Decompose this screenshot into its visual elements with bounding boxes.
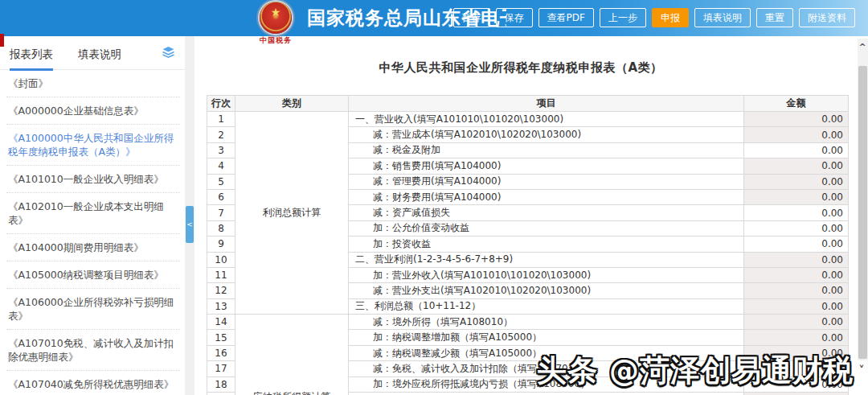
amount-input-11: 0.00 xyxy=(744,267,849,282)
header-button-1[interactable]: 保存 xyxy=(496,8,533,27)
table-header-row: 行次 类别 项目 金额 xyxy=(207,96,849,112)
sidebar-report-item-0[interactable]: 《封面》 xyxy=(6,70,180,97)
main-content: 中华人民共和国企业所得税年度纳税申报表（A类） 行次 类别 项目 金额 1利润总… xyxy=(194,36,868,395)
row-number-1: 1 xyxy=(207,112,235,127)
category-cell-1: 应纳税所得额计算 xyxy=(235,315,349,395)
emblem-icon: ★ xyxy=(260,2,292,34)
scroll-down-arrow-icon[interactable]: ˅ xyxy=(857,364,866,376)
row-number-8: 8 xyxy=(207,220,235,236)
item-label-13: 三、利润总额（10+11-12） xyxy=(349,298,744,314)
col-header-rowno: 行次 xyxy=(207,96,235,112)
amount-input-14: 0.00 xyxy=(744,315,849,330)
col-header-item: 项目 xyxy=(349,96,744,112)
app-root: ★ 中国税务 国家税务总局山东省电子税务局 暂存保存查看PDF上一步申报填表说明… xyxy=(0,0,868,395)
item-label-2: 减：营业成本(填写A102010\102020\103000) xyxy=(349,127,744,142)
category-cell-0: 利润总额计算 xyxy=(235,112,349,315)
row-number-6: 6 xyxy=(207,189,235,204)
header-button-2[interactable]: 查看PDF xyxy=(538,8,594,27)
item-label-10: 二、营业利润(1-2-3-4-5-6-7+8+9) xyxy=(349,252,744,267)
amount-input-1: 0.00 xyxy=(744,112,849,127)
amount-input-9[interactable]: 0.00 xyxy=(744,237,849,252)
item-label-1: 一、营业收入(填写A101010\101020\103000) xyxy=(349,112,744,127)
sidebar-report-item-9[interactable]: 《A107040减免所得税优惠明细表》 xyxy=(6,371,180,395)
amount-input-4: 0.00 xyxy=(744,158,849,174)
amount-input-13: 0.00 xyxy=(744,298,849,314)
row-number-12: 12 xyxy=(207,283,235,298)
tab-report-list[interactable]: 报表列表 xyxy=(10,47,53,71)
amount-input-5: 0.00 xyxy=(744,174,849,189)
table-row-14: 14应纳税所得额计算减：境外所得（填写A108010）0.00 xyxy=(207,315,849,330)
amount-input-15: 0.00 xyxy=(744,330,849,345)
header-button-3[interactable]: 上一步 xyxy=(600,8,646,27)
header-button-7[interactable]: 附送资料 xyxy=(799,8,855,27)
scroll-up-arrow-icon[interactable]: ^ xyxy=(858,42,867,52)
chevron-left-icon: < xyxy=(186,220,193,228)
sidebar-report-item-6[interactable]: 《A105000纳税调整项目明细表》 xyxy=(6,261,180,289)
sidebar-report-item-2[interactable]: 《A100000中华人民共和国企业所得税年度纳税申报表（A类）》 xyxy=(6,125,180,166)
item-label-15: 加：纳税调整增加额（填写A105000） xyxy=(349,330,744,345)
amount-input-3[interactable]: 0.00 xyxy=(744,142,849,158)
item-label-6: 减：财务费用(填写A104000) xyxy=(349,189,744,204)
col-header-category: 类别 xyxy=(235,96,349,112)
amount-input-7[interactable]: 0.00 xyxy=(744,205,849,220)
amount-input-6: 0.00 xyxy=(744,189,849,204)
top-header-bar: ★ 中国税务 国家税务总局山东省电子税务局 暂存保存查看PDF上一步申报填表说明… xyxy=(0,0,868,36)
item-label-19: 四、纳税调整后所得（13-14+15-16-17+18） xyxy=(349,393,744,395)
row-number-14: 14 xyxy=(207,315,235,330)
tab-fill-instructions[interactable]: 填表说明 xyxy=(78,47,121,68)
item-label-9: 加：投资收益 xyxy=(349,237,744,252)
amount-input-10: 0.00 xyxy=(744,252,849,267)
watermark-text: 头条 @菏泽创易通财税 xyxy=(537,351,854,391)
amount-input-8[interactable]: 0.00 xyxy=(744,220,849,236)
sidebar-report-item-8[interactable]: 《A107010免税、减计收入及加计扣除优惠明细表》 xyxy=(6,330,180,371)
amount-input-19: 0.00 xyxy=(744,393,849,395)
report-sidebar: 报表列表 填表说明 《封面》《A000000企业基础信息表》《A100000中华… xyxy=(0,36,185,395)
item-label-14: 减：境外所得（填写A108010） xyxy=(349,315,744,330)
header-button-6[interactable]: 重置 xyxy=(756,8,793,27)
table-row-1: 1利润总额计算一、营业收入(填写A101010\101020\103000)0.… xyxy=(207,112,849,127)
sidebar-report-item-4[interactable]: 《A102010一般企业成本支出明细表》 xyxy=(6,193,180,234)
sidebar-report-item-3[interactable]: 《A101010一般企业收入明细表》 xyxy=(6,166,180,193)
amount-input-2: 0.00 xyxy=(744,127,849,142)
star-icon: ★ xyxy=(260,6,292,18)
row-number-15: 15 xyxy=(207,330,235,345)
amount-input-12: 0.00 xyxy=(744,283,849,298)
row-number-19: 19 xyxy=(207,393,235,395)
item-label-12: 减：营业外支出(填写A102010\102020\103000) xyxy=(349,283,744,298)
sidebar-tabs: 报表列表 填表说明 xyxy=(0,36,185,70)
row-number-9: 9 xyxy=(207,237,235,252)
sidebar-report-item-1[interactable]: 《A000000企业基础信息表》 xyxy=(6,97,180,125)
header-button-bar: 暂存保存查看PDF上一步申报填表说明重置附送资料 xyxy=(453,8,855,27)
item-label-5: 减：管理费用(填写A104000) xyxy=(349,174,744,189)
header-button-0[interactable]: 暂存 xyxy=(453,8,490,27)
row-number-13: 13 xyxy=(207,298,235,314)
vertical-scrollbar-thumb[interactable] xyxy=(858,66,867,359)
row-number-7: 7 xyxy=(207,205,235,220)
row-number-3: 3 xyxy=(207,142,235,158)
sidebar-collapse-button[interactable]: < xyxy=(186,206,194,243)
layers-icon[interactable] xyxy=(162,46,175,59)
item-label-4: 减：销售费用(填写A104000) xyxy=(349,158,744,174)
red-marker xyxy=(0,34,4,47)
header-button-4[interactable]: 申报 xyxy=(652,8,689,27)
row-number-16: 16 xyxy=(207,345,235,360)
row-number-2: 2 xyxy=(207,127,235,142)
sidebar-report-item-5[interactable]: 《A104000期间费用明细表》 xyxy=(6,234,180,261)
item-label-7: 减：资产减值损失 xyxy=(349,205,744,220)
row-number-18: 18 xyxy=(207,376,235,392)
emblem-caption: 中国税务 xyxy=(256,35,296,46)
row-number-11: 11 xyxy=(207,267,235,282)
row-number-10: 10 xyxy=(207,252,235,267)
report-list: 《封面》《A000000企业基础信息表》《A100000中华人民共和国企业所得税… xyxy=(0,70,185,395)
col-header-amount: 金额 xyxy=(744,96,849,112)
item-label-8: 加：公允价值变动收益 xyxy=(349,220,744,236)
item-label-3: 减：税金及附加 xyxy=(349,142,744,158)
row-number-5: 5 xyxy=(207,174,235,189)
row-number-17: 17 xyxy=(207,361,235,376)
item-label-11: 加：营业外收入(填写A101010\101020\103000) xyxy=(349,267,744,282)
tax-emblem-logo: ★ 中国税务 xyxy=(256,1,296,43)
header-button-5[interactable]: 填表说明 xyxy=(694,8,751,27)
form-title: 中华人民共和国企业所得税年度纳税申报表（A类） xyxy=(194,60,868,76)
sidebar-report-item-7[interactable]: 《A106000企业所得税弥补亏损明细表》 xyxy=(6,289,180,330)
row-number-4: 4 xyxy=(207,158,235,174)
